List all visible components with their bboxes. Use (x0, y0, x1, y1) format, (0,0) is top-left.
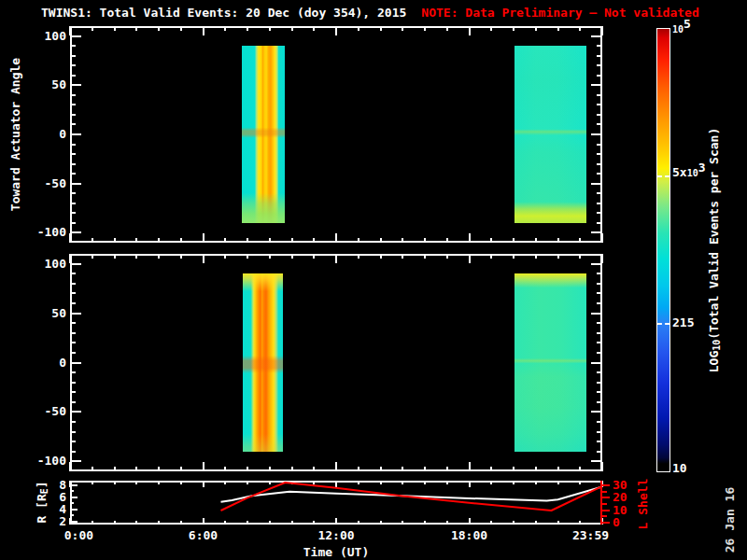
tick-mark (597, 75, 602, 77)
tick-mark (597, 401, 602, 403)
tick-mark (513, 26, 514, 31)
tick-mark (70, 371, 76, 373)
tick-mark (602, 522, 610, 524)
tick-mark (469, 233, 471, 243)
tick-mark (158, 467, 160, 471)
tick-mark (469, 254, 471, 263)
tick-mark (70, 133, 81, 135)
tick-mark (70, 163, 76, 165)
tick-mark (579, 238, 581, 243)
tick-mark (402, 467, 403, 471)
l-tick-label: 20 (613, 490, 641, 504)
tick-mark (203, 254, 204, 263)
tick-mark (70, 45, 76, 47)
tick-mark (579, 254, 581, 259)
tick-mark (446, 467, 448, 471)
tick-mark (335, 462, 337, 471)
tick-mark (335, 26, 337, 35)
tick-mark (513, 254, 514, 259)
tick-mark (490, 467, 492, 471)
tick-mark (70, 173, 76, 175)
tick-mark (70, 332, 76, 334)
tick-mark (513, 238, 514, 243)
tick-mark (597, 273, 602, 274)
tick-mark (557, 467, 559, 471)
tick-mark (70, 192, 76, 194)
tick-mark (70, 94, 76, 96)
tick-mark (597, 104, 602, 105)
tick-mark (70, 292, 76, 294)
tick-mark (597, 421, 602, 423)
y-tick-label: -50 (0, 176, 66, 190)
tick-mark (597, 94, 602, 96)
tick-mark (597, 123, 602, 125)
tick-mark (291, 467, 293, 471)
heatmap-block (243, 273, 283, 452)
tick-mark (602, 515, 607, 517)
tick-mark (380, 26, 382, 31)
tick-mark (203, 233, 204, 243)
tick-mark (70, 411, 81, 413)
colorbar-tick-dash (657, 323, 669, 325)
tick-mark (597, 222, 602, 224)
tick-mark (203, 462, 204, 471)
tick-mark (114, 467, 116, 471)
tick-mark (247, 26, 248, 31)
tick-mark (224, 238, 226, 243)
tick-mark (313, 26, 315, 31)
tick-mark (579, 467, 581, 471)
tick-mark (602, 491, 607, 493)
tick-mark (69, 233, 71, 243)
tick-mark (591, 84, 602, 86)
tick-mark (180, 238, 182, 243)
tick-mark (70, 421, 76, 423)
y-tick-label: 8 (0, 478, 66, 492)
r-lshell-lines (70, 481, 602, 525)
tick-mark (446, 238, 448, 243)
title-note: NOTE: Data Preliminary – Not validated (421, 6, 698, 20)
tick-mark (70, 64, 76, 66)
tick-mark (380, 254, 382, 259)
tick-mark (70, 114, 76, 116)
colorbar-tick-1e5: 105 (672, 21, 728, 35)
y-tick-label: 6 (0, 490, 66, 504)
tick-mark (557, 26, 559, 31)
tick-mark (402, 254, 403, 259)
tick-mark (135, 254, 137, 259)
tick-mark (358, 467, 359, 471)
tick-mark (597, 283, 602, 285)
tick-mark (70, 431, 76, 433)
tick-mark (70, 273, 76, 274)
tick-mark (247, 254, 248, 259)
tick-mark (597, 431, 602, 433)
tick-mark (70, 183, 81, 185)
tick-mark (69, 254, 71, 263)
line-panel (70, 481, 602, 525)
tick-mark (446, 254, 448, 259)
l-tick-label: 30 (613, 478, 641, 492)
x-tick-label: 6:00 (189, 528, 218, 542)
tick-mark (70, 460, 81, 462)
tick-mark (247, 238, 248, 243)
r-line (221, 487, 603, 502)
tick-mark (224, 467, 226, 471)
tick-mark (446, 26, 448, 31)
tick-mark (70, 322, 76, 324)
colorbar-axis-label: LOG10(Total Valid Events per Scan) (704, 110, 723, 390)
tick-mark (597, 451, 602, 453)
tick-mark (535, 238, 537, 243)
y-tick-label: 50 (0, 77, 66, 91)
tick-mark (69, 462, 71, 471)
tick-mark (114, 26, 116, 31)
tick-mark (424, 467, 426, 471)
y-tick-label: 0 (0, 356, 66, 370)
tick-mark (597, 45, 602, 47)
tick-mark (602, 497, 610, 498)
tick-mark (70, 55, 76, 57)
tick-mark (469, 462, 471, 471)
tick-mark (557, 254, 559, 259)
tick-mark (70, 382, 76, 384)
tick-mark (591, 313, 602, 315)
tick-mark (92, 467, 93, 471)
tick-mark (591, 133, 602, 135)
